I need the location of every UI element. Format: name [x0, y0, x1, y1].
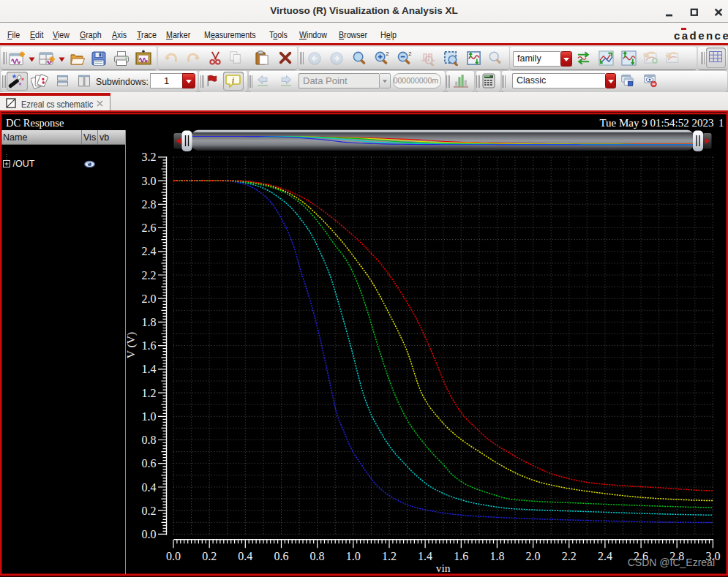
svg-text:CSDN @IC_Ezreal: CSDN @IC_Ezreal: [628, 557, 715, 568]
svg-text:2.2: 2.2: [562, 550, 577, 562]
svg-text:0.6: 0.6: [142, 457, 157, 469]
svg-text:2: 2: [386, 50, 389, 57]
svg-text:0.2: 0.2: [202, 550, 217, 562]
svg-text:1.6: 1.6: [142, 339, 157, 352]
svg-text:2.6: 2.6: [142, 222, 157, 234]
svg-text:3.0: 3.0: [142, 175, 157, 187]
svg-text:1.0: 1.0: [346, 550, 361, 562]
svg-text:V (V): V (V): [124, 332, 138, 358]
svg-text:2.4: 2.4: [598, 550, 612, 562]
svg-text:1.8: 1.8: [489, 550, 504, 562]
svg-text:0.2: 0.2: [142, 505, 157, 517]
svg-text:0.8: 0.8: [142, 434, 157, 446]
svg-text:Tue May 9 01:54:52 2023: Tue May 9 01:54:52 2023: [599, 117, 713, 129]
svg-text:2.0: 2.0: [526, 550, 541, 562]
svg-text:0.0: 0.0: [142, 528, 157, 540]
svg-text:/OUT: /OUT: [13, 159, 35, 169]
svg-text:Vis: Vis: [83, 132, 96, 143]
svg-text:1.4: 1.4: [142, 363, 157, 375]
svg-text:0.4: 0.4: [238, 550, 252, 562]
svg-text:0.8: 0.8: [310, 550, 325, 562]
svg-text:i: i: [232, 75, 234, 86]
svg-text:2: 2: [408, 50, 411, 57]
svg-text:2.0: 2.0: [142, 293, 157, 305]
svg-text:2.2: 2.2: [142, 269, 157, 282]
svg-text:1.8: 1.8: [142, 316, 157, 328]
svg-text:0.0: 0.0: [166, 550, 181, 562]
svg-text:1.6: 1.6: [454, 550, 468, 562]
svg-text:Name: Name: [3, 132, 27, 143]
svg-text:3.2: 3.2: [142, 151, 157, 163]
svg-text:vin: vin: [436, 562, 451, 574]
svg-text:1.2: 1.2: [142, 387, 157, 399]
svg-text:2.4: 2.4: [142, 245, 157, 257]
svg-text:DC Response: DC Response: [6, 117, 64, 129]
svg-text:1: 1: [718, 117, 724, 129]
svg-text:2.8: 2.8: [142, 198, 157, 211]
svg-text:0.4: 0.4: [142, 481, 157, 494]
svg-text:vb: vb: [100, 132, 109, 143]
svg-text:1.2: 1.2: [382, 550, 397, 562]
svg-text:1.0: 1.0: [142, 410, 157, 423]
svg-text:0.6: 0.6: [274, 550, 289, 562]
svg-text:1.4: 1.4: [418, 550, 432, 562]
